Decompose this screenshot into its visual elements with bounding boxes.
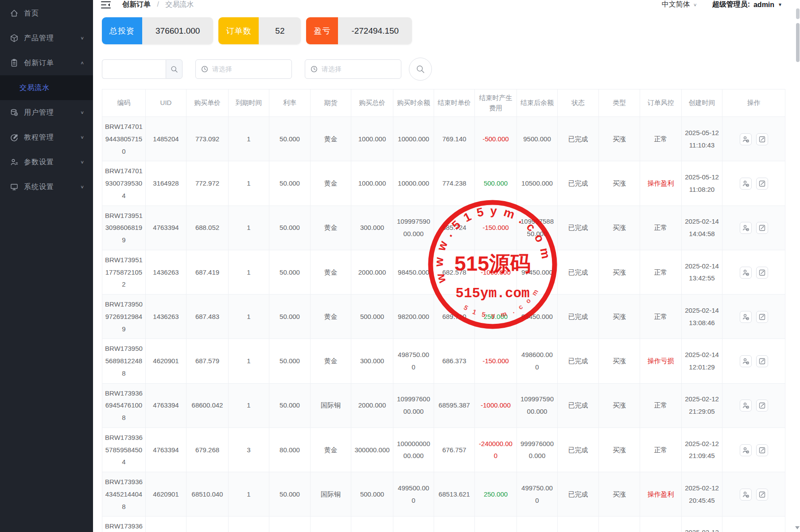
cell-uid: 4763394 [146,206,186,250]
cell-expire: 1 [229,206,269,250]
cell-expire: 1 [229,339,269,383]
cell-rate: 50.000 [269,117,311,161]
chevron-down-icon: ∨ [80,135,84,140]
user-detail-button[interactable] [740,400,752,412]
edit-order-button[interactable] [756,400,768,412]
user-detail-button[interactable] [740,178,752,190]
user-detail-button[interactable] [740,133,752,145]
column-header: 购买单价 [186,89,229,117]
cell-price: 772.972 [186,161,229,206]
edit-order-button[interactable] [756,267,768,279]
user-detail-button[interactable] [740,222,752,234]
cell-risk: 正常 [640,250,682,294]
cell-code: BRW17393657859584504 [102,427,146,472]
edit-order-button[interactable] [756,489,768,501]
chevron-down-icon: ∨ [80,35,84,40]
sidebar-item-system[interactable]: 系统设置 ∨ [0,175,93,199]
cell-expire: 1 [229,383,269,427]
cell-created: 2025-02-12 20:20:17 [682,516,722,532]
cell-fee: -500.000 [475,516,517,532]
user-detail-button[interactable] [740,355,752,367]
edit-order-button[interactable] [756,311,768,323]
cell-after: 10500.000 [517,161,558,206]
cell-status: 已完成 [558,383,599,427]
cell-risk: 操作亏损 [640,516,682,532]
cell-rate: 50.000 [269,383,311,427]
edit-order-button[interactable] [756,133,768,145]
cell-type: 买涨 [599,161,640,206]
sidebar-subitem-label: 交易流水 [19,83,50,93]
caret-down-icon: ▼ [778,2,782,7]
date-placeholder: 请选择 [322,65,342,74]
cell-actions [722,516,785,532]
scrollbar[interactable] [796,0,800,532]
cell-rate: 50.000 [269,206,311,250]
breadcrumb-separator: / [157,0,159,8]
sidebar-item-label: 首页 [24,9,84,18]
cell-expire: 3 [229,427,269,472]
cell-end: 686.373 [434,339,475,383]
user-detail-button[interactable] [740,267,752,279]
sidebar-item-tutorials[interactable]: 教程管理 ∨ [0,125,93,150]
date-to-input[interactable]: 请选择 [305,59,401,79]
cell-price: 23799.903 [186,516,229,532]
sidebar-subitem-transaction-flow[interactable]: 交易流水 [0,75,93,100]
cell-total: 300000.000 [351,427,393,472]
table-row: BRW173951177587210521436263687.419150.00… [102,250,785,294]
cell-total: 500.000 [351,472,393,516]
search-button[interactable] [409,58,432,81]
cell-end: 676.757 [434,427,475,472]
menu-fold-icon[interactable] [101,1,111,9]
sidebar-item-users[interactable]: 用户管理 ∨ [0,100,93,125]
cell-code: BRW17470194438057150 [102,117,146,161]
content: 总投资 376601.000 订单数 52 盈亏 -272494.150 [93,9,800,532]
date-from-input[interactable]: 请选择 [195,59,292,79]
table-row: BRW17393628179073427143626323799.903150.… [102,516,785,532]
edit-order-button[interactable] [756,444,768,456]
scrollbar-nub[interactable] [796,8,800,19]
edit-order-button[interactable] [756,355,768,367]
cell-end: 769.140 [434,117,475,161]
app-root: 首页 产品管理 ∨ 创新订单 ∧ 交易流水 用户管理 ∨ [0,0,800,532]
user-detail-button[interactable] [740,489,752,501]
sidebar-item-innovative-orders[interactable]: 创新订单 ∧ [0,50,93,75]
cell-status: 已完成 [558,250,599,294]
cell-expire: 1 [229,250,269,294]
cell-before: 98450.000 [393,250,434,294]
language-selector[interactable]: 中文简体 ∨ [662,0,697,9]
cell-fee: 500.000 [475,161,517,206]
cell-code: BRW17393628179073427 [102,516,146,532]
scroll-down-arrow-icon[interactable] [795,526,800,529]
cell-risk: 正常 [640,427,682,472]
cell-actions [722,383,785,427]
cell-end: 774.238 [434,161,475,206]
cell-actions [722,339,785,383]
column-header: 类型 [599,89,640,117]
stat-label: 总投资 [102,17,142,44]
chevron-down-icon: ∨ [80,184,84,189]
cell-actions [722,472,785,516]
table-row: BRW174701944380571501485204773.092150.00… [102,117,785,161]
cell-rate: 50.000 [269,295,311,339]
sidebar-item-home[interactable]: 首页 [0,1,93,26]
sidebar-item-label: 系统设置 [24,183,80,192]
search-input[interactable] [102,59,166,79]
cell-futures: 黄金 [311,295,351,339]
user-detail-button[interactable] [740,444,752,456]
cell-type: 买涨 [599,427,640,472]
table-row: BRW173936578595845044763394679.268380.00… [102,427,785,472]
column-header: 期货 [311,89,351,117]
edit-order-button[interactable] [756,178,768,190]
cell-before: 499500.000 [393,472,434,516]
scrollbar-thumb[interactable] [796,23,800,62]
edit-order-button[interactable] [756,222,768,234]
search-append-button[interactable] [166,59,183,79]
user-menu[interactable]: 超级管理员: admin ▼ [712,0,782,9]
sidebar-item-products[interactable]: 产品管理 ∨ [0,26,93,50]
sidebar-item-parameters[interactable]: 参数设置 ∨ [0,150,93,175]
cell-type: 买涨 [599,472,640,516]
column-header: 结束后余额 [517,89,558,117]
breadcrumb-parent[interactable]: 创新订单 [122,0,151,8]
user-detail-button[interactable] [740,311,752,323]
cell-actions [722,161,785,206]
